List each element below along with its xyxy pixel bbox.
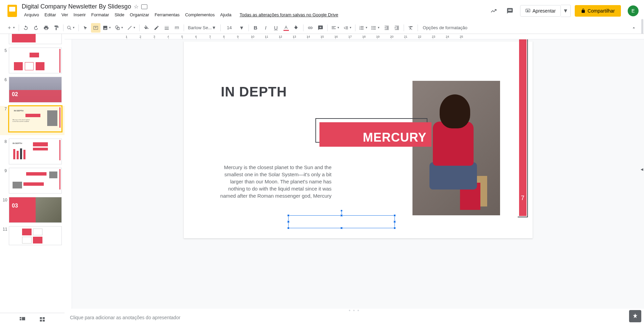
star-icon[interactable]: ☆ [134,3,139,10]
svg-line-2 [70,28,71,30]
comment-button[interactable] [316,23,325,33]
menu-slide[interactable]: Slide [112,11,127,19]
font-family-select[interactable]: Barlow Se...▼ [186,23,218,33]
slide-thumb-10[interactable]: 03 [9,197,62,223]
resize-handle-e[interactable] [393,221,396,223]
resize-handle-ne[interactable] [393,214,396,217]
underline-button[interactable]: U [271,23,281,33]
link-button[interactable] [306,23,315,33]
redo-button[interactable] [31,23,41,33]
shape-tool[interactable]: ▼ [113,23,125,33]
svg-rect-32 [373,29,376,29]
menu-formatar[interactable]: Formatar [89,11,112,19]
collapse-toolbar-button[interactable] [629,23,639,33]
menu-bar: Arquivo Editar Ver Inserir Formatar Slid… [22,11,487,19]
font-size-dropdown[interactable]: ▼ [237,23,246,33]
clear-formatting-button[interactable] [406,23,416,33]
select-tool[interactable] [81,23,90,33]
menu-inserir[interactable]: Inserir [71,11,88,19]
selected-textbox[interactable] [288,215,395,228]
print-button[interactable] [41,23,51,33]
slide-heading[interactable]: IN DEPTH [221,84,287,100]
thumb-number: 5 [3,48,9,53]
grid-view-icon[interactable] [39,317,45,322]
notes-resize-handle[interactable]: ● ● ● [65,309,644,311]
comments-icon[interactable] [504,5,516,17]
svg-rect-36 [40,317,42,319]
resize-handle-nw[interactable] [287,214,290,217]
resize-handle-sw[interactable] [287,227,290,229]
line-tool[interactable]: ▼ [126,23,137,33]
svg-rect-34 [20,319,21,320]
svg-rect-15 [178,28,179,28]
line-spacing-button[interactable]: ▼ [342,23,353,33]
bullet-list-button[interactable]: ▼ [370,23,381,33]
italic-button[interactable]: I [261,23,271,33]
filmstrip[interactable]: 5 6 02 7 IN DEPTH M [0,34,65,325]
slide-thumb-6[interactable]: 02 [9,77,62,103]
resize-handle-se[interactable] [393,227,396,229]
menu-ajuda[interactable]: Ajuda [218,11,234,19]
undo-button[interactable] [21,23,31,33]
document-title[interactable]: Digital Company Newsletter By Slidesgo [22,3,131,10]
paint-format-button[interactable] [52,23,61,33]
border-color-button[interactable] [152,23,161,33]
speaker-notes[interactable]: Clique para adicionar as anotações do ap… [65,311,644,325]
border-weight-button[interactable] [162,23,171,33]
menu-arquivo[interactable]: Arquivo [22,11,41,19]
highlight-color-button[interactable] [292,23,301,33]
fill-color-button[interactable] [142,23,151,33]
explore-button[interactable] [629,310,641,322]
user-avatar[interactable]: E [628,5,639,16]
image-tool[interactable]: ▼ [101,23,113,33]
slide-body-text[interactable]: Mercury is the closest planet to the Sun… [216,164,332,199]
svg-point-28 [372,27,373,28]
slide-image[interactable] [412,81,500,215]
format-options-button[interactable]: Opções de formatação [420,23,470,33]
menu-editar[interactable]: Editar [42,11,58,19]
bold-button[interactable]: B [251,23,260,33]
slide-thumb-11[interactable] [9,226,62,245]
move-icon[interactable] [141,4,147,9]
svg-line-8 [128,26,131,30]
text-color-button[interactable]: A [281,23,291,33]
horizontal-ruler[interactable]: 1234567891011121314151617181920212223242… [65,34,644,39]
font-size-select[interactable]: 14 [223,23,236,33]
activity-icon[interactable] [487,5,500,17]
border-dash-button[interactable] [172,23,182,33]
decrease-indent-button[interactable] [382,23,391,33]
side-panel-toggle[interactable]: ◀ [640,163,644,176]
share-button[interactable]: Compartilhar [575,5,621,17]
subtitle-box[interactable]: MERCURY [319,122,431,147]
rotate-handle[interactable] [340,210,343,212]
numbered-list-button[interactable]: ▼ [357,23,369,33]
vertical-ruler[interactable] [65,39,72,309]
resize-handle-w[interactable] [287,221,290,223]
resize-handle-n[interactable] [340,214,343,217]
slide-thumb-4[interactable] [9,34,62,44]
slide-canvas[interactable]: 7 IN DEPTH MERCURY [184,41,533,238]
zoom-button[interactable]: ▼ [66,23,76,33]
align-button[interactable]: ▼ [330,23,341,33]
slide-thumb-5[interactable] [9,48,62,73]
svg-rect-20 [178,29,179,29]
canvas-scroll[interactable]: 7 IN DEPTH MERCURY [72,39,644,309]
slide-thumb-9[interactable] [9,168,62,194]
slide-thumb-8[interactable]: IN DEPTH [9,139,62,164]
textbox-tool[interactable] [91,23,100,33]
new-slide-button[interactable]: ＋▼ [5,23,17,33]
menu-complementos[interactable]: Complementos [183,11,217,19]
filmstrip-view-icon[interactable] [19,317,26,322]
menu-ver[interactable]: Ver [59,11,71,19]
menu-ferramentas[interactable]: Ferramentas [152,11,182,19]
save-status[interactable]: Todas as alterações foram salvas no Goog… [237,11,341,19]
resize-handle-s[interactable] [340,227,343,229]
svg-rect-9 [165,26,169,26]
svg-rect-11 [165,29,169,29]
menu-organizar[interactable]: Organizar [127,11,151,19]
thumb-number: 8 [3,139,9,144]
present-button[interactable]: Apresentar [520,5,561,17]
present-dropdown[interactable]: ▼ [561,5,571,17]
increase-indent-button[interactable] [392,23,402,33]
slide-thumb-7[interactable]: IN DEPTH Mercury is the closest planet t… [9,106,62,132]
